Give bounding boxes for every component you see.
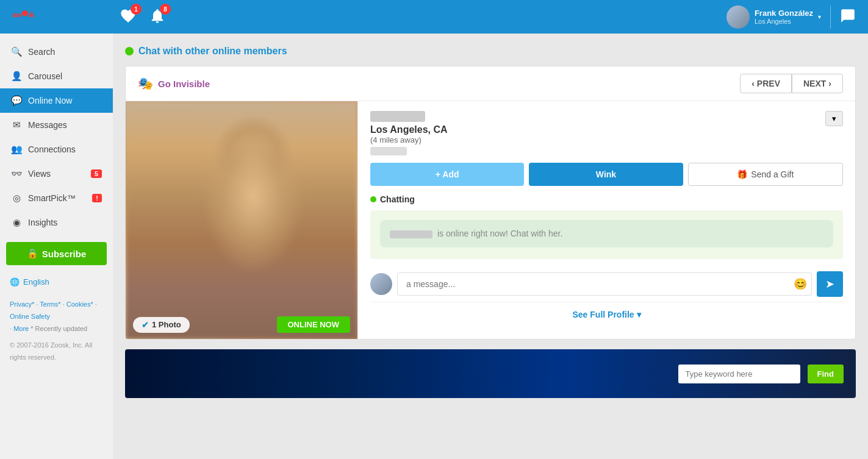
profile-identity: Los Angeles, CA (4 miles away) — [370, 111, 448, 155]
sidebar-label-carousel: Carousel — [28, 71, 62, 81]
sidebar-item-insights[interactable]: ◉ Insights — [0, 210, 113, 235]
profile-photo-col: ✔ 1 Photo ONLINE NOW — [126, 101, 357, 339]
go-invisible-label: Go Invisible — [158, 79, 210, 89]
emoji-button[interactable]: 😊 — [794, 277, 807, 291]
chat-system-message: is online right now! Chat with her. — [437, 229, 562, 238]
card-topbar: 🎭 Go Invisible ‹ PREV NEXT › — [126, 66, 855, 101]
more-link[interactable]: More — [13, 325, 29, 332]
profile-name-blurred — [370, 111, 425, 122]
chatting-dot — [370, 196, 376, 202]
notification-bell-icon[interactable]: 8 — [149, 7, 166, 26]
subscribe-label: Subscribe — [42, 249, 87, 259]
send-icon: ➤ — [825, 278, 834, 290]
sidebar-item-smartpick[interactable]: ◎ SmartPick™ ! — [0, 186, 113, 210]
sidebar-label-search: Search — [28, 47, 55, 57]
chat-input-row: 😊 ➤ — [370, 266, 843, 302]
mask-icon: 🎭 — [138, 76, 153, 91]
profile-id-blurred — [370, 147, 407, 155]
profile-distance: (4 miles away) — [370, 135, 448, 144]
globe-icon: 🌐 — [10, 277, 20, 286]
send-button[interactable]: ➤ — [817, 271, 843, 297]
user-dropdown-arrow[interactable]: ▾ — [818, 13, 821, 20]
notification-heart-icon[interactable]: 1 — [120, 7, 137, 26]
subscribe-button[interactable]: 🔒 Subscribe — [6, 242, 107, 265]
logo-text: zoo — [12, 10, 21, 19]
privacy-link[interactable]: Privacy* — [10, 301, 34, 308]
language-selector[interactable]: 🌐 English — [0, 272, 113, 291]
bell-badge: 8 — [160, 4, 171, 15]
prev-label: PREV — [757, 79, 780, 88]
sidebar-item-messages[interactable]: ✉ Messages — [0, 113, 113, 137]
sidebar-item-views[interactable]: 👓 Views 5 — [0, 162, 113, 186]
gift-icon: 🎁 — [737, 169, 747, 179]
next-label: NEXT — [803, 79, 826, 88]
logo: zoo●sk — [12, 5, 34, 29]
online-safety-link[interactable]: Online Safety — [10, 313, 50, 320]
sidebar-label-online-now: Online Now — [28, 96, 72, 105]
cookies-link[interactable]: Cookies* — [66, 301, 93, 308]
messages-icon: ✉ — [11, 119, 22, 130]
smartpick-icon: ◎ — [11, 193, 22, 204]
chat-user-name-blurred — [390, 230, 432, 238]
profile-header: Los Angeles, CA (4 miles away) ▾ — [370, 111, 843, 155]
chat-input[interactable] — [397, 272, 812, 296]
sidebar-label-insights: Insights — [28, 218, 57, 227]
profile-card: 🎭 Go Invisible ‹ PREV NEXT › — [125, 66, 856, 340]
terms-link[interactable]: Terms* — [40, 301, 60, 308]
sidebar-item-online-now[interactable]: 💬 Online Now — [0, 88, 113, 113]
online-now-icon: 💬 — [11, 95, 22, 106]
photo-overlay-bottom: ✔ 1 Photo ONLINE NOW — [126, 310, 357, 339]
sidebar-item-search[interactable]: 🔍 Search — [0, 40, 113, 64]
search-icon: 🔍 — [11, 46, 22, 57]
photo-count-badge[interactable]: ✔ 1 Photo — [133, 317, 190, 333]
ad-banner: Find — [125, 349, 856, 398]
user-info[interactable]: Frank González Los Angeles ▾ — [726, 5, 831, 29]
user-name: Frank González — [755, 9, 813, 18]
online-bar-text: Chat with other online members — [138, 46, 287, 57]
lock-icon: 🔒 — [27, 248, 38, 259]
user-location: Los Angeles — [755, 18, 813, 25]
go-invisible-button[interactable]: 🎭 Go Invisible — [138, 76, 210, 91]
views-badge: 5 — [91, 169, 102, 178]
logo-sk: sk — [29, 10, 34, 19]
profile-photo-image — [126, 101, 357, 339]
profile-location: Los Angeles, CA — [370, 124, 448, 135]
prev-arrow-icon: ‹ — [751, 79, 755, 88]
prev-button[interactable]: ‹ PREV — [740, 74, 792, 93]
check-icon: ✔ — [142, 320, 149, 330]
see-full-profile-label: See Full Profile — [572, 310, 634, 319]
recently-updated: * Recently updated — [30, 325, 87, 332]
gift-button[interactable]: 🎁 Send a Gift — [688, 163, 843, 186]
next-button[interactable]: NEXT › — [792, 74, 843, 93]
sidebar-item-connections[interactable]: 👥 Connections — [0, 137, 113, 162]
header-icons: 1 8 — [120, 7, 166, 26]
sidebar-label-views: Views — [28, 169, 51, 179]
chat-bubble: is online right now! Chat with her. — [380, 220, 833, 247]
add-button[interactable]: + Add — [370, 163, 524, 186]
chat-input-wrap: 😊 — [397, 272, 812, 296]
profile-photo[interactable] — [126, 101, 357, 339]
sidebar-label-connections: Connections — [28, 144, 76, 154]
action-buttons: + Add Wink 🎁 Send a Gift — [370, 163, 843, 186]
ad-search-input[interactable] — [678, 365, 800, 383]
wink-button[interactable]: Wink — [529, 163, 683, 186]
heart-badge: 1 — [131, 4, 142, 15]
nav-buttons: ‹ PREV NEXT › — [740, 74, 843, 93]
avatar — [726, 5, 750, 29]
ad-find-button[interactable]: Find — [808, 365, 844, 383]
language-label: English — [23, 277, 49, 286]
profile-section: ✔ 1 Photo ONLINE NOW Los Angeles, CA (4 … — [126, 101, 855, 339]
header-message-icon[interactable] — [840, 8, 856, 26]
logo-dot: ● — [21, 5, 28, 20]
see-full-profile-link[interactable]: See Full Profile ▾ — [572, 310, 640, 319]
footer-links: Privacy* · Terms* · Cookies* · Online Sa… — [0, 291, 113, 371]
next-arrow-icon: › — [828, 79, 831, 88]
photo-count-label: 1 Photo — [152, 320, 181, 329]
sidebar-item-carousel[interactable]: 👤 Carousel — [0, 64, 113, 88]
profile-info-col: Los Angeles, CA (4 miles away) ▾ + Add W… — [357, 101, 855, 339]
header-right: Frank González Los Angeles ▾ — [726, 5, 856, 29]
main-layout: 🔍 Search 👤 Carousel 💬 Online Now ✉ Messa… — [0, 34, 868, 459]
profile-dropdown-button[interactable]: ▾ — [825, 111, 843, 126]
user-name-wrap: Frank González Los Angeles — [755, 9, 813, 25]
online-now-badge: ONLINE NOW — [277, 316, 351, 333]
